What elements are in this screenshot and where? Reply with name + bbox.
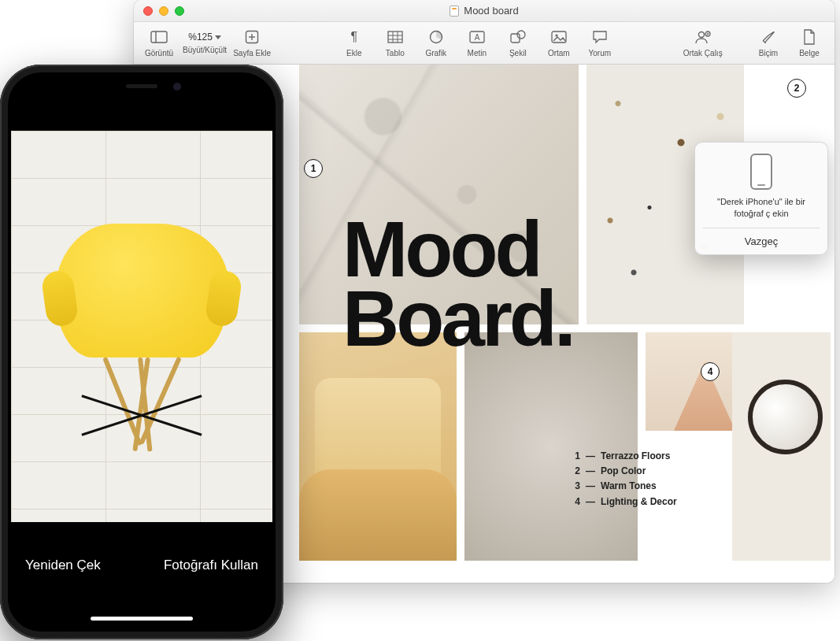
paragraph-icon: ¶ [346, 28, 363, 46]
shape-icon [509, 28, 527, 46]
insert-label: Ekle [346, 49, 361, 57]
window-title-text: Mood board [464, 5, 518, 17]
heading-line1: Mood [342, 214, 573, 283]
canvas-heading[interactable]: Mood Board. [342, 214, 573, 353]
iphone-screen: Yeniden Çek Fotoğrafı Kullan [11, 76, 272, 628]
media-label: Ortam [548, 49, 570, 57]
svg-point-16 [555, 34, 557, 36]
view-label: Görüntü [145, 49, 173, 57]
continuity-camera-popover: "Derek iPhone'u" ile bir fotoğraf ç ekin… [694, 142, 828, 255]
popover-message: "Derek iPhone'u" ile bir fotoğraf ç ekin [703, 196, 820, 220]
table-icon [387, 28, 404, 46]
window-title: Mood board [134, 5, 834, 17]
iphone-device: Yeniden Çek Fotoğrafı Kullan [0, 65, 283, 639]
person-add-icon [694, 28, 712, 46]
tile-fur[interactable] [464, 332, 638, 561]
comment-button[interactable]: Yorum [583, 28, 617, 57]
legend[interactable]: 1—Terrazzo Floors 2—Pop Color 3—Warm Ton… [571, 449, 677, 509]
retake-button[interactable]: Yeniden Çek [25, 558, 101, 573]
svg-text:A: A [474, 33, 479, 42]
format-label: Biçim [759, 49, 778, 57]
toolbar: Görüntü %125 Büyüt/Küçült Sayfa Ekle ¶ E… [134, 22, 834, 65]
view-button[interactable]: Görüntü [142, 28, 176, 57]
image-icon [550, 28, 568, 46]
pie-icon [427, 28, 445, 46]
callout-badge-4[interactable]: 4 [701, 362, 720, 381]
document-label: Belge [799, 49, 820, 57]
shape-button[interactable]: Şekil [501, 28, 535, 57]
close-icon[interactable] [143, 6, 153, 16]
text-button[interactable]: A Metin [460, 28, 494, 57]
chair-image [47, 216, 236, 452]
text-label: Metin [468, 49, 487, 57]
zoom-value: %125 [188, 31, 221, 43]
svg-point-14 [517, 31, 525, 39]
legend-row: 1—Terrazzo Floors [571, 449, 677, 464]
tile-lamp[interactable] [646, 332, 740, 431]
chevron-down-icon [215, 35, 221, 39]
add-page-button[interactable]: Sayfa Ekle [233, 28, 271, 57]
page-icon [801, 28, 818, 46]
home-indicator-icon[interactable] [91, 617, 193, 621]
minimize-icon[interactable] [159, 6, 168, 16]
use-photo-button[interactable]: Fotoğrafı Kullan [164, 558, 258, 573]
zoom-label: Büyüt/Küçült [183, 46, 227, 54]
callout-badge-1[interactable]: 1 [304, 159, 323, 178]
add-page-label: Sayfa Ekle [233, 49, 271, 57]
chart-button[interactable]: Grafik [419, 28, 453, 57]
camera-preview[interactable] [11, 131, 272, 522]
tile-sofa[interactable] [299, 332, 457, 561]
popover-cancel-button[interactable]: Vazgeç [703, 228, 820, 254]
comment-label: Yorum [589, 49, 612, 57]
window-titlebar[interactable]: Mood board [134, 0, 834, 22]
table-label: Tablo [386, 49, 405, 57]
callout-badge-2[interactable]: 2 [787, 79, 806, 98]
heading-line2: Board. [342, 283, 573, 353]
zoom-button[interactable]: %125 Büyüt/Küçült [183, 28, 227, 57]
chart-label: Grafik [425, 49, 446, 57]
legend-row: 4—Lighting & Decor [571, 495, 677, 509]
window-controls [134, 6, 184, 16]
textbox-icon: A [468, 28, 486, 46]
plus-box-icon [243, 28, 261, 46]
svg-point-17 [698, 32, 704, 38]
shape-label: Şekil [509, 49, 527, 57]
mirror-icon [748, 380, 823, 454]
legend-row: 2—Pop Color [571, 464, 677, 479]
table-button[interactable]: Tablo [378, 28, 413, 57]
brush-icon [760, 28, 777, 46]
media-button[interactable]: Ortam [542, 28, 576, 57]
insert-button[interactable]: ¶ Ekle [337, 28, 372, 57]
document-icon [450, 6, 459, 17]
svg-rect-13 [511, 34, 520, 43]
collaborate-button[interactable]: Ortak Çalış [683, 28, 723, 57]
svg-rect-5 [388, 31, 402, 43]
svg-rect-0 [151, 31, 167, 43]
format-button[interactable]: Biçim [751, 28, 786, 57]
notch-icon [79, 76, 205, 98]
zoom-icon[interactable] [175, 6, 184, 16]
camera-controls: Yeniden Çek Fotoğrafı Kullan [11, 522, 272, 628]
sidebar-icon [150, 28, 168, 46]
comment-icon [591, 28, 609, 46]
legend-row: 3—Warm Tones [571, 479, 677, 494]
collaborate-label: Ortak Çalış [683, 49, 723, 57]
iphone-icon [750, 154, 772, 190]
document-button[interactable]: Belge [792, 28, 827, 57]
tile-mirror[interactable] [732, 332, 831, 561]
